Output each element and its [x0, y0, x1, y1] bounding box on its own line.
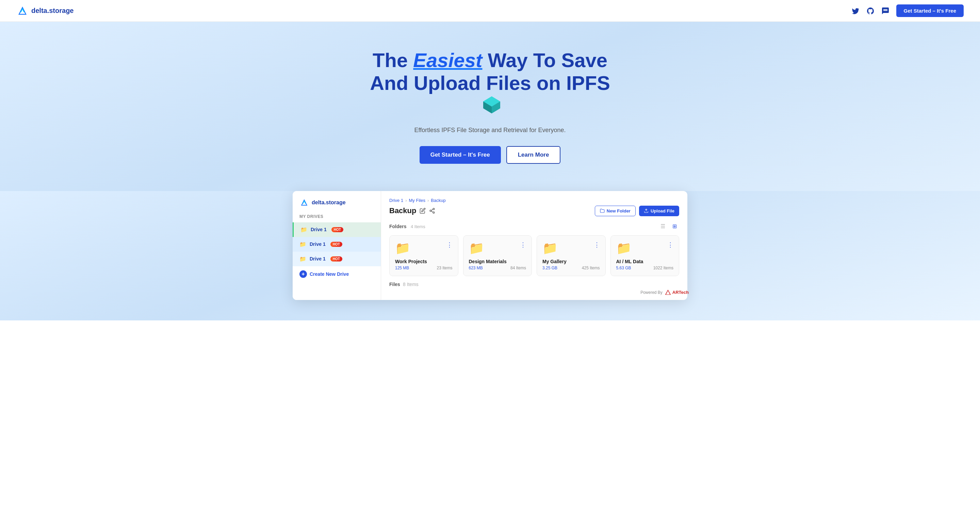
folder-card-top-2: 📁 ⋮: [469, 241, 527, 255]
folder-icon-my-gallery: 📁: [542, 241, 558, 255]
breadcrumb-sep-2: ›: [427, 198, 429, 203]
chat-icon[interactable]: [881, 7, 889, 15]
new-folder-button[interactable]: New Folder: [595, 206, 636, 216]
folder-title: Backup: [389, 206, 435, 215]
folder-menu-dots-4[interactable]: ⋮: [667, 241, 673, 249]
folders-section-header: Folders 4 Items ☰ ⊞: [389, 222, 679, 231]
sidebar-drive-name-3: Drive 1: [310, 256, 326, 262]
folder-items-ai-ml-data: 1022 Items: [653, 266, 673, 270]
upload-icon: [644, 208, 649, 213]
folder-meta-ai-ml-data: 5.63 GB 1022 Items: [616, 266, 674, 270]
folder-card-top-4: 📁 ⋮: [616, 241, 674, 255]
powered-by: Powered By ARTech: [640, 289, 689, 296]
svg-line-7: [431, 212, 433, 212]
folder-items-my-gallery: 425 Items: [582, 266, 600, 270]
sidebar-drive-1-active[interactable]: 📁 Drive 1 HOT: [293, 222, 381, 237]
folder-meta-design-materials: 623 MB 84 Items: [469, 266, 527, 270]
navbar: delta.storage Get Started – It's Free: [0, 0, 980, 22]
folder-card-work-projects[interactable]: 📁 ⋮ Work Projects 125 MB 23 Items: [389, 235, 458, 276]
github-icon[interactable]: [866, 7, 875, 15]
create-drive-icon: +: [299, 270, 307, 278]
files-label: Files: [389, 282, 400, 287]
folders-count: 4 Items: [411, 224, 425, 229]
folders-grid: 📁 ⋮ Work Projects 125 MB 23 Items 📁: [389, 235, 679, 276]
folder-card-ai-ml-data[interactable]: 📁 ⋮ AI / ML Data 5.63 GB 1022 Items: [611, 235, 679, 276]
demo-main: Drive 1 › My Files › Backup Backup: [381, 191, 687, 300]
folder-card-my-gallery[interactable]: 📁 ⋮ My Gallery 3.25 GB 425 Items: [537, 235, 606, 276]
svg-line-8: [431, 209, 433, 210]
folder-icon-work-projects: 📁: [395, 241, 410, 255]
svg-point-6: [433, 212, 435, 214]
hero-learn-more-button[interactable]: Learn More: [506, 146, 561, 164]
folder-menu-dots-1[interactable]: ⋮: [447, 241, 453, 249]
folder-items-design-materials: 84 Items: [511, 266, 526, 270]
artech-logo-icon: [665, 289, 671, 296]
files-section-header: Files 8 Items: [389, 282, 679, 287]
folder-card-design-materials[interactable]: 📁 ⋮ Design Materials 623 MB 84 Items: [463, 235, 532, 276]
svg-point-5: [430, 210, 432, 212]
grid-view-button[interactable]: ⊞: [670, 222, 679, 231]
hot-badge-3: HOT: [331, 257, 342, 262]
ipfs-cube-icon: [482, 95, 502, 120]
hero-buttons: Get Started – It's Free Learn More: [7, 146, 973, 164]
sidebar-drive-2[interactable]: 📁 Drive 1 HOT: [293, 237, 381, 252]
new-folder-label: New Folder: [607, 208, 630, 214]
hero-title-emphasis: Easiest: [413, 49, 482, 71]
powered-by-label: Powered By: [640, 290, 662, 295]
folder-size-my-gallery: 3.25 GB: [542, 266, 557, 270]
folder-name-ai-ml-data: AI / ML Data: [616, 259, 674, 264]
edit-icon[interactable]: [420, 208, 426, 214]
folder-icon-design-materials: 📁: [469, 241, 484, 255]
sidebar-drive-name-1: Drive 1: [311, 227, 327, 232]
view-icons: ☰ ⊞: [658, 222, 679, 231]
breadcrumb-drive1[interactable]: Drive 1: [389, 198, 403, 203]
nav-logo: delta.storage: [16, 5, 73, 17]
nav-right: Get Started – It's Free: [851, 5, 964, 17]
folder-size-ai-ml-data: 5.63 GB: [616, 266, 631, 270]
folder-icon-ai-ml-data: 📁: [616, 241, 632, 255]
twitter-icon[interactable]: [851, 7, 859, 15]
sidebar-drive-3[interactable]: 📁 Drive 1 HOT: [293, 252, 381, 266]
demo-card: delta.storage My Drives 📁 Drive 1 HOT 📁 …: [293, 191, 687, 300]
folder-size-work-projects: 125 MB: [395, 266, 409, 270]
powered-by-brand: ARTech: [665, 289, 689, 296]
hero-title: The Easiest Way To Save And Upload Files…: [357, 49, 623, 120]
hot-badge-1: HOT: [331, 227, 343, 232]
files-count: 8 Items: [403, 282, 418, 287]
folder-title-text: Backup: [389, 206, 416, 215]
folder-card-top-1: 📁 ⋮: [395, 241, 453, 255]
nav-logo-text: delta.storage: [31, 7, 73, 14]
list-view-button[interactable]: ☰: [658, 222, 668, 231]
nav-cta-button[interactable]: Get Started – It's Free: [896, 5, 964, 17]
sidebar-logo-text: delta.storage: [312, 199, 346, 206]
folders-label: Folders: [389, 224, 407, 229]
sidebar-create-drive[interactable]: + Create New Drive: [293, 266, 381, 282]
folder-meta-work-projects: 125 MB 23 Items: [395, 266, 453, 270]
sidebar-logo-icon: [299, 198, 309, 207]
breadcrumb-backup[interactable]: Backup: [431, 198, 445, 203]
svg-point-4: [433, 208, 435, 210]
folder-actions: New Folder Upload File: [595, 206, 679, 216]
folder-name-work-projects: Work Projects: [395, 259, 453, 264]
hot-badge-2: HOT: [331, 242, 342, 247]
folder-name-design-materials: Design Materials: [469, 259, 527, 264]
folder-size-design-materials: 623 MB: [469, 266, 483, 270]
folder-name-my-gallery: My Gallery: [542, 259, 600, 264]
folder-menu-dots-3[interactable]: ⋮: [594, 241, 600, 249]
demo-sidebar: delta.storage My Drives 📁 Drive 1 HOT 📁 …: [293, 191, 381, 300]
hero-title-part1: The: [372, 49, 413, 71]
drive-folder-icon-2: 📁: [299, 241, 306, 247]
create-drive-label: Create New Drive: [310, 271, 349, 277]
folder-header: Backup: [389, 206, 679, 216]
upload-file-button[interactable]: Upload File: [639, 206, 679, 216]
share-icon[interactable]: [429, 208, 435, 214]
folders-label-group: Folders 4 Items: [389, 223, 425, 230]
drive-folder-icon-3: 📁: [299, 256, 306, 262]
sidebar-logo: delta.storage: [293, 198, 381, 214]
folder-menu-dots-2[interactable]: ⋮: [520, 241, 526, 249]
folder-meta-my-gallery: 3.25 GB 425 Items: [542, 266, 600, 270]
delta-storage-logo-icon: [16, 5, 29, 17]
breadcrumb-myfiles[interactable]: My Files: [409, 198, 425, 203]
sidebar-drive-name-2: Drive 1: [310, 241, 326, 247]
hero-get-started-button[interactable]: Get Started – It's Free: [420, 146, 501, 164]
